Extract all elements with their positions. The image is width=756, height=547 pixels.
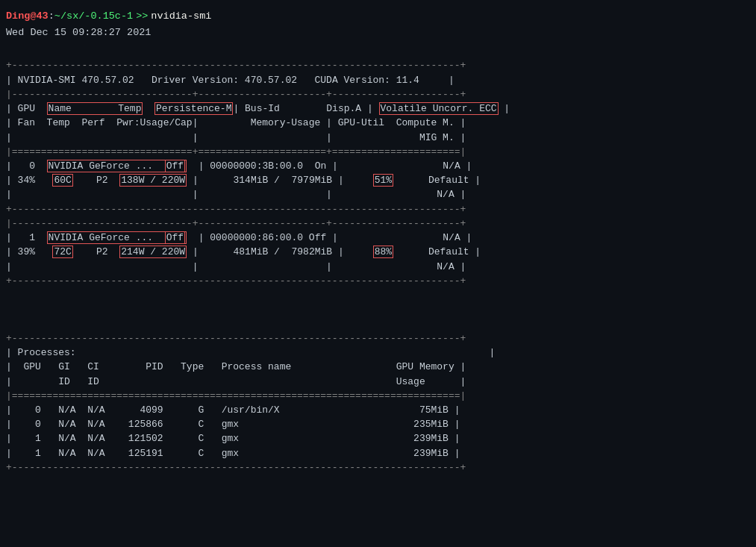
datetime-line: Wed Dec 15 09:28:27 2021	[6, 25, 750, 40]
sep-proc-bottom: +---------------------------------------…	[6, 462, 466, 473]
gpu0-name-temp: NVIDIA GeForce ... Off	[47, 160, 187, 172]
gpu1-row1: | 1 NVIDIA GeForce ... Off | 00000000:86…	[6, 231, 472, 244]
gpu1-pwr-box: 214W / 220W	[119, 246, 187, 258]
prompt-path: ~/sx/-0.15c-1	[54, 9, 133, 24]
proc-col1: | GPU GI CI PID Type Process name GPU Me…	[6, 361, 466, 372]
prompt-user: Ding@43	[6, 9, 49, 24]
gpu1-util-box: 88%	[373, 246, 393, 258]
gpu1-name-temp: NVIDIA GeForce ... Off	[47, 231, 187, 244]
sep-top: +---------------------------------------…	[6, 60, 466, 71]
smi-header-line: | NVIDIA-SMI 470.57.02 Driver Version: 4…	[6, 75, 454, 86]
gpu0-persistence-box: Off	[165, 160, 185, 172]
proc-row-1-2: | 1 N/A N/A 125191 C gmx 239MiB |	[6, 448, 460, 459]
gpu-col-header3: | | | MIG M. |	[6, 132, 466, 143]
sep-proc-top: +---------------------------------------…	[6, 333, 466, 344]
gpu-col-header1: | GPU Name Temp Persistence-M| Bus-Id Di…	[6, 102, 510, 115]
gpu1-persistence-box: Off	[165, 231, 185, 244]
gpu1-temp-val: 72C	[52, 246, 72, 258]
proc-col2: | ID ID Usage |	[6, 376, 466, 387]
name-temp-box: Name Temp	[47, 102, 143, 115]
proc-row-0-1: | 0 N/A N/A 4099 G /usr/bin/X 75MiB |	[6, 404, 460, 416]
prompt-colon: :	[49, 9, 54, 24]
volatile-ecc-box-header: Volatile Uncorr. ECC	[379, 102, 499, 115]
sep-header: |-------------------------------+-------…	[6, 89, 466, 100]
cuda-version: CUDA Version: 11.4	[315, 75, 419, 86]
blank-line1	[6, 304, 12, 315]
gpu0-row3: | | | N/A |	[6, 189, 466, 200]
terminal-window: Ding@43 : ~/sx/-0.15c-1 >> nvidia-smi We…	[0, 6, 756, 492]
persistence-box-header: Persistence-M	[154, 102, 233, 115]
driver-version: Driver Version: 470.57.02	[151, 75, 297, 86]
smi-version: NVIDIA-SMI 470.57.02	[18, 75, 134, 86]
gpu0-util-box: 51%	[373, 174, 393, 187]
sep-header2: |===============================+=======…	[6, 146, 466, 157]
processes-label: Processes:	[18, 347, 76, 358]
sep-gpu0: +---------------------------------------…	[6, 204, 466, 215]
prompt-line: Ding@43 : ~/sx/-0.15c-1 >> nvidia-smi	[6, 9, 750, 24]
proc-header: | Processes: |	[6, 347, 495, 358]
proc-row-0-2: | 0 N/A N/A 125866 C gmx 235MiB |	[6, 419, 460, 430]
gpu-col-header2: | Fan Temp Perf Pwr:Usage/Cap| Memory-Us…	[6, 117, 466, 128]
gpu0-temp-val: 60C	[52, 174, 72, 187]
prompt-arrow: >>	[136, 9, 148, 24]
proc-row-1-1: | 1 N/A N/A 121502 C gmx 239MiB |	[6, 433, 460, 444]
gpu0-row1: | 0 NVIDIA GeForce ... Off | 00000000:3B…	[6, 160, 472, 172]
gpu1-row2: | 39% 72C P2 214W / 220W | 481MiB / 7982…	[6, 246, 481, 258]
sep-proc-header: |=======================================…	[6, 390, 466, 401]
gpu1-row3: | | | N/A |	[6, 261, 466, 272]
sep-bottom: +---------------------------------------…	[6, 275, 466, 287]
sep-gpu1-top: |-------------------------------+-------…	[6, 218, 466, 229]
gpu0-pwr-box: 138W / 220W	[119, 174, 187, 187]
prompt-command: nvidia-smi	[151, 9, 211, 24]
smi-output: +---------------------------------------…	[6, 44, 750, 489]
gpu0-row2: | 34% 60C P2 138W / 220W | 314MiB / 7979…	[6, 174, 481, 187]
